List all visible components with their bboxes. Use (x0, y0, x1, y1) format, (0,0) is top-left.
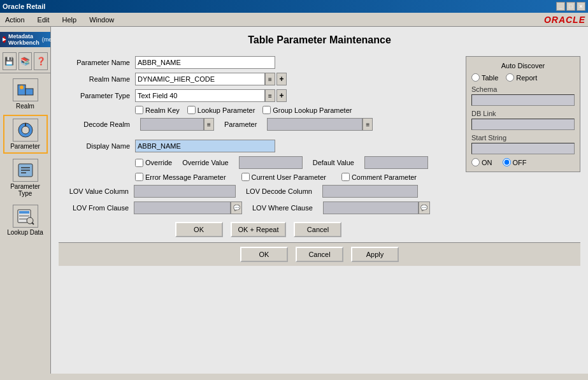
comment-label: Comment Parameter (352, 173, 417, 181)
schema-label: Schema (471, 85, 575, 93)
sidebar-item-parameter-type[interactable]: Parameter Type (3, 156, 48, 200)
toolbar-stack-btn[interactable]: 📚 (18, 52, 32, 70)
lookup-param-check-label: Lookup Parameter (187, 106, 255, 114)
lov-decode-col-label: LOV Decode Column (241, 187, 317, 195)
parameter-input[interactable] (267, 118, 362, 131)
menu-action[interactable]: Action (3, 15, 27, 25)
maximize-button[interactable]: □ (566, 2, 575, 11)
decode-realm-input-group: ≡ (140, 118, 214, 131)
lov-from-expand-btn[interactable]: 💬 (231, 201, 242, 214)
realm-name-input-group: ≡ + (135, 73, 287, 85)
report-radio[interactable] (506, 73, 514, 82)
ok-repeat-button[interactable]: OK + Repeat (231, 222, 287, 237)
table-radio[interactable] (471, 73, 480, 82)
lov-value-row: LOV Value Column LOV Decode Column (59, 185, 458, 198)
sidebar-item-lookup-data[interactable]: Lookup Data (3, 202, 48, 238)
auto-discover-radio-row: Table Report (471, 73, 575, 82)
report-radio-label: Report (506, 73, 537, 82)
table-radio-text: Table (482, 74, 498, 82)
title-bar-buttons: _ □ × (556, 2, 585, 11)
auto-discover-box: Auto Discover Table Report Schema (466, 56, 580, 172)
decode-realm-list-btn[interactable]: ≡ (204, 118, 214, 131)
override-label: Override (145, 159, 172, 166)
bottom-ok-button[interactable]: OK (240, 247, 288, 262)
error-msg-check-label: Error Message Parameter (135, 173, 226, 181)
on-off-row: ON OFF (471, 158, 575, 166)
form-container: Parameter Name Realm Name ≡ + Parameter … (59, 56, 580, 237)
bottom-apply-button[interactable]: Apply (351, 247, 399, 262)
on-radio[interactable] (471, 158, 480, 166)
minimize-button[interactable]: _ (556, 2, 565, 11)
parameter-type-add-btn[interactable]: + (276, 89, 287, 102)
db-link-section: DB Link (471, 110, 575, 130)
svg-rect-12 (19, 215, 29, 217)
schema-input[interactable] (471, 94, 575, 106)
group-lookup-checkbox[interactable] (262, 106, 271, 114)
on-radio-label: ON (471, 158, 492, 166)
default-value-input[interactable] (364, 156, 428, 169)
svg-rect-11 (19, 211, 29, 214)
current-user-label: Current User Parameter (252, 173, 326, 181)
lov-where-group: 💬 (323, 201, 430, 214)
close-button[interactable]: × (577, 2, 585, 11)
lov-where-input[interactable] (323, 201, 419, 214)
comment-checkbox[interactable] (341, 173, 350, 181)
error-msg-label: Error Message Parameter (145, 173, 226, 181)
error-msg-checkbox[interactable] (135, 173, 143, 181)
svg-point-4 (22, 126, 29, 134)
lov-value-col-input[interactable] (134, 185, 236, 198)
cancel-button[interactable]: Cancel (294, 222, 341, 237)
main-button-row: OK OK + Repeat Cancel (59, 222, 458, 237)
lov-from-input[interactable] (134, 201, 231, 214)
start-string-label: Start String (471, 134, 575, 142)
decode-realm-label: Decode Realm (59, 121, 135, 128)
lov-value-col-label: LOV Value Column (59, 187, 129, 195)
realm-name-add-btn[interactable]: + (276, 73, 287, 85)
parameter-type-list-btn[interactable]: ≡ (265, 89, 275, 102)
parameter-type-input[interactable] (135, 89, 265, 102)
menu-edit[interactable]: Edit (35, 15, 52, 25)
realm-key-checkbox[interactable] (135, 106, 143, 114)
auto-discover-panel: Auto Discover Table Report Schema (466, 56, 580, 237)
lov-decode-col-input[interactable] (322, 185, 418, 198)
realm-name-input[interactable] (135, 73, 265, 85)
override-checkbox[interactable] (135, 159, 143, 167)
menu-help[interactable]: Help (60, 15, 80, 25)
bottom-cancel-button[interactable]: Cancel (296, 247, 343, 262)
toolbar-save-btn[interactable]: 💾 (3, 52, 17, 70)
lov-from-row: LOV From Clause 💬 LOV Where Clause 💬 (59, 201, 458, 214)
override-value-input[interactable] (239, 156, 303, 169)
toolbar-help-btn[interactable]: ❓ (34, 52, 48, 70)
lookup-data-icon (13, 205, 38, 228)
lookup-param-checkbox[interactable] (187, 106, 196, 114)
parameter-icon (13, 119, 38, 142)
display-name-label: Display Name (59, 142, 135, 150)
realm-name-list-btn[interactable]: ≡ (265, 73, 275, 85)
db-link-input[interactable] (471, 119, 575, 130)
parameter-input-group: ≡ (267, 118, 373, 131)
parameter-name-input[interactable] (135, 56, 275, 69)
lov-where-expand-btn[interactable]: 💬 (419, 201, 430, 214)
sidebar-item-realm[interactable]: Realm (3, 76, 48, 112)
ok-button[interactable]: OK (175, 222, 223, 237)
current-user-checkbox[interactable] (241, 173, 250, 181)
lov-from-label: LOV From Clause (59, 204, 129, 212)
parameter-type-row: Parameter Type ≡ + (59, 89, 458, 102)
display-name-row: Display Name (59, 140, 458, 152)
realm-key-check-label: Realm Key (135, 106, 180, 114)
checkbox-row: Realm Key Lookup Parameter Group Lookup … (135, 106, 458, 114)
lov-from-group: 💬 (134, 201, 242, 214)
start-string-input[interactable] (471, 143, 575, 154)
override-check-label: Override (135, 159, 172, 167)
report-radio-text: Report (516, 74, 537, 82)
comment-check-label: Comment Parameter (341, 173, 417, 181)
current-user-check-label: Current User Parameter (241, 173, 326, 181)
menu-window[interactable]: Window (87, 15, 117, 25)
app-layout: ▶ Metadata Workbench (metadata) _ □ × 💾 … (0, 27, 588, 374)
parameter-list-btn[interactable]: ≡ (362, 118, 373, 131)
off-radio[interactable] (503, 158, 511, 166)
sidebar-item-parameter[interactable]: Parameter (3, 115, 48, 154)
decode-realm-input[interactable] (140, 118, 204, 131)
parameter-type-icon (13, 159, 38, 182)
display-name-input[interactable] (135, 140, 275, 152)
